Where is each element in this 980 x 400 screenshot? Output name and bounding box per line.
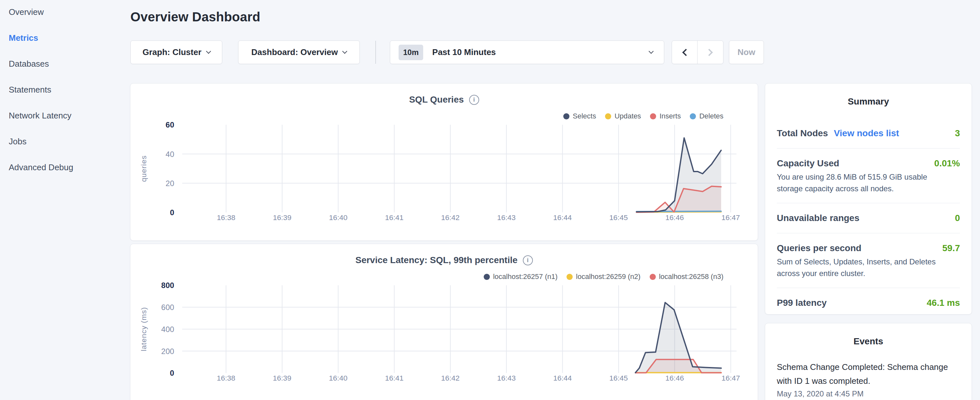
event-timestamp: May 13, 2020 at 4:45 PM xyxy=(777,389,960,398)
sidebar-item-statements[interactable]: Statements xyxy=(9,83,73,109)
legend-item[interactable]: Deletes xyxy=(690,112,724,120)
x-tick-label: 16:39 xyxy=(273,213,291,222)
legend-label: Inserts xyxy=(659,112,681,120)
summary-row-label: Unavailable ranges xyxy=(777,212,859,225)
info-icon[interactable]: i xyxy=(469,95,479,105)
time-range-dropdown[interactable]: 10m Past 10 Minutes xyxy=(390,40,664,64)
service-latency-chart: 16:3816:3916:4016:4116:4216:4316:4416:45… xyxy=(130,244,758,400)
summary-row: Capacity Used0.01%You are using 28.6 MiB… xyxy=(777,148,960,203)
chevron-right-icon xyxy=(705,49,713,56)
event-text: Schema Change Completed: Schema change w… xyxy=(777,360,955,388)
legend-item[interactable]: localhost:26258 (n3) xyxy=(650,273,724,281)
sidebar-item-metrics[interactable]: Metrics xyxy=(9,31,73,57)
sidebar-nav: OverviewMetricsDatabasesStatementsNetwor… xyxy=(9,5,73,186)
y-tick-label: 40 xyxy=(165,150,174,159)
legend-label: Updates xyxy=(614,112,641,120)
dashboard-dropdown-label: Dashboard: Overview xyxy=(251,47,338,57)
summary-title: Summary xyxy=(777,96,960,107)
legend-item[interactable]: Updates xyxy=(605,112,641,120)
summary-row-label: Queries per second xyxy=(777,242,861,255)
toolbar-divider xyxy=(375,41,376,64)
summary-row-description: Sum of Selects, Updates, Inserts, and De… xyxy=(777,256,951,279)
x-tick-label: 16:41 xyxy=(385,374,404,382)
event-item[interactable]: Schema Change Completed: Schema change w… xyxy=(777,360,960,398)
chart-legend: localhost:26257 (n1)localhost:26259 (n2)… xyxy=(484,273,724,281)
sidebar-item-network-latency[interactable]: Network Latency xyxy=(9,109,73,135)
summary-row-label: Capacity Used xyxy=(777,157,839,170)
summary-row-label: P99 latency xyxy=(777,296,827,309)
legend-dot-icon xyxy=(566,274,573,280)
x-tick-label: 16:46 xyxy=(665,374,684,382)
series-area xyxy=(635,303,721,373)
chart-legend: SelectsUpdatesInsertsDeletes xyxy=(563,112,724,120)
graph-scope-dropdown-label: Graph: Cluster xyxy=(142,47,201,57)
legend-item[interactable]: localhost:26257 (n1) xyxy=(484,273,557,281)
summary-row-value: 0.01% xyxy=(934,158,960,169)
chart-title: Service Latency: SQL, 99th percentile xyxy=(355,255,517,265)
graph-scope-dropdown[interactable]: Graph: Cluster xyxy=(130,40,222,64)
summary-row-value: 59.7 xyxy=(942,243,960,253)
sidebar-item-advanced-debug[interactable]: Advanced Debug xyxy=(9,161,73,186)
next-time-range-button[interactable] xyxy=(698,41,723,64)
y-tick-label: 800 xyxy=(161,281,174,290)
legend-dot-icon xyxy=(605,113,611,120)
y-axis-title: latency (ms) xyxy=(140,307,148,351)
legend-item[interactable]: Selects xyxy=(563,112,596,120)
chevron-down-icon xyxy=(649,49,654,54)
legend-label: localhost:26259 (n2) xyxy=(576,273,640,281)
legend-item[interactable]: Inserts xyxy=(650,112,681,120)
time-range-label: Past 10 Minutes xyxy=(432,47,496,57)
summary-row: Total NodesView nodes list3 xyxy=(777,118,960,148)
legend-dot-icon xyxy=(650,113,656,120)
x-tick-label: 16:47 xyxy=(721,374,740,382)
summary-panel: Summary Total NodesView nodes list3Capac… xyxy=(765,83,972,315)
dashboard-dropdown[interactable]: Dashboard: Overview xyxy=(238,40,360,64)
x-tick-label: 16:42 xyxy=(441,213,460,222)
y-tick-label: 20 xyxy=(165,179,174,188)
x-tick-label: 16:40 xyxy=(329,213,347,222)
y-axis-title: queries xyxy=(140,155,148,182)
y-tick-label: 400 xyxy=(161,325,174,334)
now-button[interactable]: Now xyxy=(729,40,764,64)
x-tick-label: 16:43 xyxy=(497,213,516,222)
x-tick-label: 16:38 xyxy=(217,213,235,222)
x-tick-label: 16:45 xyxy=(609,374,628,382)
y-tick-label: 600 xyxy=(161,303,174,312)
x-tick-label: 16:41 xyxy=(385,213,404,222)
summary-row: Queries per second59.7Sum of Selects, Up… xyxy=(777,233,960,288)
legend-label: localhost:26258 (n3) xyxy=(659,273,724,281)
legend-dot-icon xyxy=(650,274,656,280)
x-tick-label: 16:39 xyxy=(273,374,291,382)
sql-queries-card: 16:3816:3916:4016:4116:4216:4316:4416:45… xyxy=(130,83,758,241)
view-nodes-list-link[interactable]: View nodes list xyxy=(834,128,899,139)
prev-time-range-button[interactable] xyxy=(672,41,698,64)
y-tick-label: 200 xyxy=(161,347,174,356)
y-tick-label: 0 xyxy=(170,208,174,217)
legend-dot-icon xyxy=(484,274,490,280)
legend-item[interactable]: localhost:26259 (n2) xyxy=(566,273,640,281)
app-root: OverviewMetricsDatabasesStatementsNetwor… xyxy=(0,0,980,400)
legend-dot-icon xyxy=(563,113,570,120)
y-tick-label: 0 xyxy=(170,369,174,377)
chevron-down-icon xyxy=(342,49,347,54)
sidebar-item-jobs[interactable]: Jobs xyxy=(9,135,73,161)
summary-row: Unavailable ranges0 xyxy=(777,203,960,233)
summary-row-value: 46.1 ms xyxy=(927,298,960,308)
info-icon[interactable]: i xyxy=(523,255,533,265)
legend-label: Deletes xyxy=(699,112,724,120)
sidebar-item-databases[interactable]: Databases xyxy=(9,57,73,83)
page-title: Overview Dashboard xyxy=(130,10,261,24)
summary-row-value: 3 xyxy=(955,128,960,139)
legend-label: localhost:26257 (n1) xyxy=(493,273,557,281)
y-tick-label: 60 xyxy=(165,120,174,129)
chevron-left-icon xyxy=(682,49,690,56)
events-title: Events xyxy=(777,336,960,347)
x-tick-label: 16:45 xyxy=(609,213,628,222)
x-tick-label: 16:47 xyxy=(721,213,740,222)
chart-title: SQL Queries xyxy=(409,94,464,105)
x-tick-label: 16:42 xyxy=(441,374,460,382)
sidebar: OverviewMetricsDatabasesStatementsNetwor… xyxy=(0,0,129,400)
x-tick-label: 16:40 xyxy=(329,374,347,382)
sidebar-item-overview[interactable]: Overview xyxy=(9,5,73,31)
summary-row-value: 0 xyxy=(955,213,960,223)
